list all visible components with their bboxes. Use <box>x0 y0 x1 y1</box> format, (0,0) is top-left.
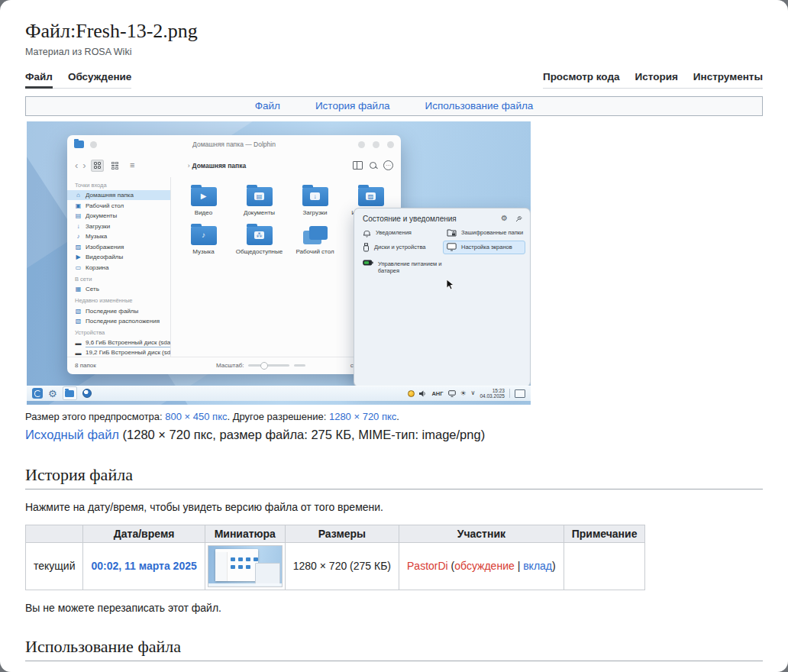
popup-title: Состояние и уведомления <box>363 215 457 223</box>
music-icon: ♪ <box>75 233 82 240</box>
back-icon: ‹ <box>75 160 78 170</box>
gear-icon: ⚙ <box>501 215 508 222</box>
status-notifications-popup: Состояние и уведомления ⚙ Уведомления За… <box>354 208 531 387</box>
version-comment <box>564 542 645 590</box>
sidebar-item-network: ▦Сеть <box>67 284 170 295</box>
disk-icon: ▬ <box>75 340 82 347</box>
file-history-hint: Нажмите на дату/время, чтобы увидеть вер… <box>25 501 763 513</box>
download-icon: ↓ <box>310 192 320 200</box>
folder-documents: ▤Документы <box>231 187 287 216</box>
brightness-icon: ☀ <box>460 390 467 397</box>
sidebar-section-label: Устройства <box>67 326 170 338</box>
file-nav-link-usage[interactable]: Использование файла <box>425 100 534 111</box>
file-usage-heading: Использование файла <box>25 637 763 661</box>
tabs-row: Файл Обсуждение Просмотр кода История Ин… <box>25 71 763 89</box>
sidebar-section-label: Недавно изменённые <box>67 294 170 305</box>
popup-item-displays[interactable]: Настройка экранов <box>443 241 525 254</box>
sidebar-item-home: ⌂Домашняя папка <box>67 190 170 201</box>
document-icon: ▤ <box>75 212 82 219</box>
network-icon: ▦ <box>75 286 82 292</box>
people-icon: ⁂ <box>254 231 264 239</box>
browser-icon <box>82 389 92 398</box>
active-task-dolphin <box>63 386 77 400</box>
show-desktop-button <box>515 389 525 398</box>
notification-dot-icon <box>408 390 415 397</box>
popup-item-notifications: Уведомления <box>363 229 444 237</box>
details-view-button: ≡ <box>126 160 139 172</box>
preview-size-caption: Размер этого предпросмотра: 800 × 450 пк… <box>25 411 763 422</box>
settings-icon: ⚙ <box>48 389 57 399</box>
video-icon: ▶ <box>75 254 82 260</box>
user-contribs-link[interactable]: вклад <box>523 560 552 572</box>
tabs-left: Файл Обсуждение <box>25 71 131 89</box>
history-thumbnail[interactable] <box>208 545 283 587</box>
file-nav-link-file[interactable]: Файл <box>255 100 280 111</box>
sidebar-item-recent-locations: ▧Последние расположения <box>67 316 170 327</box>
preview-size-link[interactable]: 800 × 450 пкс <box>165 411 227 422</box>
compact-view-button <box>108 160 121 172</box>
pin-icon <box>515 215 522 222</box>
version-user-cell: PastorDi (обсуждение | вклад) <box>399 542 564 590</box>
zoom-slider <box>248 364 289 367</box>
tab-file[interactable]: Файл <box>25 71 53 82</box>
folder-icon <box>65 390 74 397</box>
tab-view-source[interactable]: Просмотр кода <box>543 71 620 82</box>
file-preview-image[interactable]: Домашняя папка — Dolphin ‹ › ≡ ›Домашняя… <box>27 121 531 405</box>
sidebar-item-pictures: ▨Изображения <box>67 241 170 252</box>
display-tray-icon <box>448 390 456 397</box>
col-thumbnail: Миниатюра <box>205 525 285 542</box>
sidebar-item-trash: ▭Корзина <box>67 262 170 273</box>
col-user: Участник <box>399 525 564 542</box>
file-nav-link-history[interactable]: История файла <box>315 100 390 111</box>
sidebar-item-recent-files: ▧Последние файлы <box>67 305 170 316</box>
tabs-right: Просмотр кода История Инструменты <box>543 71 763 89</box>
tab-discussion[interactable]: Обсуждение <box>68 71 131 82</box>
version-datetime-link[interactable]: 00:02, 11 марта 2025 <box>91 560 196 572</box>
tab-tools[interactable]: Инструменты <box>693 71 763 82</box>
sidebar-section-label: Точки входа <box>67 179 170 190</box>
col-dimensions: Размеры <box>285 525 399 542</box>
dolphin-titlebar: Домашняя папка — Dolphin <box>67 135 401 154</box>
folder-music: ♪Музыка <box>176 226 231 255</box>
trash-icon: ▭ <box>75 264 82 271</box>
sidebar-item-downloads: ↓Загрузки <box>67 221 170 231</box>
folder-downloads: ↓Загрузки <box>287 187 343 216</box>
image-icon: ▨ <box>75 244 82 250</box>
tab-history[interactable]: История <box>635 71 678 82</box>
volume-icon <box>419 390 427 397</box>
desktop-stack-icon <box>303 226 328 245</box>
page-title: Файл:Fresh-13-2.png <box>25 20 763 43</box>
disk-icon: ▬ <box>75 350 82 357</box>
user-talk-link[interactable]: обсуждение <box>454 560 514 572</box>
download-icon: ↓ <box>75 223 82 230</box>
document-icon: ▤ <box>254 192 264 200</box>
dolphin-window: Домашняя папка — Dolphin ‹ › ≡ ›Домашняя… <box>67 135 401 374</box>
sidebar-item-music: ♪Музыка <box>67 231 170 242</box>
forward-icon: › <box>82 160 86 170</box>
more-menu-icon: ⋯ <box>383 160 393 170</box>
system-tray: АНГ ☀ ∨ 15:2304.03.2025 <box>408 388 525 400</box>
taskbar: ⚙ АНГ ☀ ∨ 15:2304.03.2025 <box>27 386 531 401</box>
zoom-label: Масштаб: <box>216 362 244 369</box>
clock: 15:2304.03.2025 <box>480 388 505 400</box>
wiki-file-page: Файл:Fresh-13-2.png Материал из ROSA Wik… <box>0 0 788 672</box>
image-icon: ▨ <box>366 192 376 200</box>
other-resolution-link[interactable]: 1280 × 720 пкс <box>329 411 396 422</box>
search-icon <box>370 162 376 169</box>
col-datetime: Дата/время <box>83 525 205 542</box>
sidebar-item-videos: ▶Видеофайлы <box>67 252 170 263</box>
table-header-row: Дата/время Миниатюра Размеры Участник Пр… <box>26 525 645 542</box>
keyboard-layout: АНГ <box>431 390 443 397</box>
source-file-link[interactable]: Исходный файл <box>25 428 119 441</box>
recent-locations-icon: ▧ <box>75 318 82 325</box>
overwrite-note: Вы не можете перезаписать этот файл. <box>25 602 763 614</box>
sidebar-item-documents: ▤Документы <box>67 211 170 221</box>
popup-item-power: Управление питанием и батарея <box>363 260 444 274</box>
file-nav-bar: Файл История файла Использование файла <box>25 96 763 116</box>
app-launcher-icon <box>32 388 43 399</box>
tray-expander-icon: ∨ <box>471 390 476 396</box>
source-file-caption: Исходный файл (1280 × 720 пкс, размер фа… <box>25 428 763 442</box>
icons-view-button <box>91 160 104 172</box>
user-link[interactable]: PastorDi <box>407 560 448 572</box>
mouse-cursor <box>446 279 455 291</box>
